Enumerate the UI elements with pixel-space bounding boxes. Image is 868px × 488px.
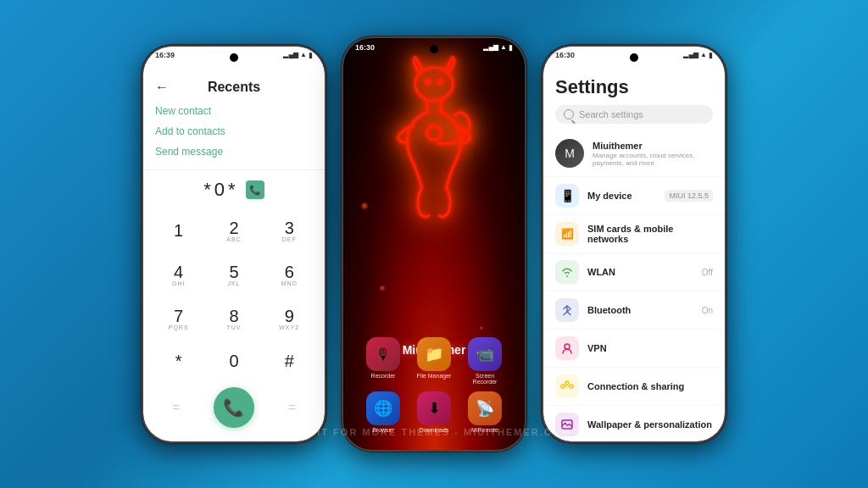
downloads-icon: ⬇: [417, 391, 451, 425]
dial-equal-left: =: [172, 400, 180, 415]
add-contacts-action[interactable]: Add to contacts: [155, 125, 313, 137]
signal-icon-right: ▂▄▆: [683, 51, 698, 59]
connection-icon: [555, 374, 579, 398]
middle-screen-content: 16:30 ▂▄▆ ▲ ▮: [343, 38, 525, 450]
device-icon: 📱: [555, 184, 579, 208]
wlan-text: WLAN: [587, 267, 693, 277]
watermark: VISIT FOR MORE THEMES - MIUITHEMER.COM: [298, 427, 571, 437]
background: 16:39 ▂▄▆ ▲ ▮ ← Recents New contact Ad: [142, 36, 726, 452]
vpn-icon: [555, 336, 579, 360]
particle-3: [361, 202, 368, 209]
phone-middle: 16:30 ▂▄▆ ▲ ▮: [342, 36, 526, 452]
wifi-icon-right: ▲: [700, 51, 707, 59]
sig-icons-middle: ▂▄▆ ▲ ▮: [483, 43, 513, 52]
particle-1: [380, 286, 385, 291]
wallpaper-text: Wallpaper & personalization: [587, 419, 713, 430]
camera-middle: [430, 45, 438, 53]
key-star[interactable]: *: [152, 341, 205, 380]
wallpaper-content: Miuithemer 🎙 Recorder 📁 File Manager: [343, 38, 525, 450]
signal-icon: ▂▄▆: [283, 51, 298, 59]
svg-point-2: [426, 80, 430, 84]
dialer-display: *0* 📞: [143, 170, 325, 209]
key-6[interactable]: 6MNO: [263, 253, 316, 296]
svg-point-0: [415, 68, 453, 101]
svg-point-3: [438, 80, 442, 84]
dial-call-button[interactable]: 📞: [214, 387, 254, 428]
time-left: 16:39: [155, 51, 175, 59]
camera-right: [630, 53, 638, 62]
profile-name: Miuithemer: [593, 141, 713, 151]
key-0[interactable]: 0: [207, 341, 260, 380]
app-recorder[interactable]: 🎙 Recorder: [361, 337, 405, 385]
key-5[interactable]: 5JKL: [207, 253, 260, 296]
vpn-text: VPN: [587, 343, 713, 353]
left-header: ← Recents: [143, 61, 325, 102]
settings-item-connection[interactable]: Connection & sharing: [543, 368, 725, 406]
signal-icon-mid: ▂▄▆: [483, 43, 498, 52]
settings-item-vpn[interactable]: VPN: [543, 330, 725, 368]
key-9[interactable]: 9WXYZ: [263, 297, 316, 340]
sim-icon: 📶: [555, 222, 579, 246]
wallpaper-name: Wallpaper & personalization: [587, 419, 713, 430]
app-file-manager[interactable]: 📁 File Manager: [412, 337, 456, 385]
recorder-label: Recorder: [371, 373, 396, 379]
wifi-icon: ▲: [300, 51, 307, 59]
remote-icon: 📡: [468, 391, 502, 425]
device-text: My device: [587, 191, 656, 201]
settings-title: Settings: [555, 76, 713, 98]
files-icon: 📁: [417, 337, 451, 371]
keypad: 1 2ABC 3DEF 4GHI 5JKL 6MNO 7PQRS 8TUV 9W…: [143, 209, 325, 380]
settings-item-sim[interactable]: 📶 SIM cards & mobile networks: [543, 215, 725, 253]
vpn-name: VPN: [587, 343, 713, 353]
key-2[interactable]: 2ABC: [207, 209, 260, 252]
profile-text: Miuithemer Manage accounts, cloud servic…: [593, 141, 713, 167]
phone-right: 16:30 ▂▄▆ ▲ ▮ Settings Search settings: [542, 45, 726, 443]
screen-label: Screen Recorder: [463, 373, 507, 385]
recorder-icon: 🎙: [366, 337, 400, 371]
mewtwo-image: [375, 55, 493, 241]
battery-icon-right: ▮: [709, 51, 713, 59]
key-8[interactable]: 8TUV: [207, 297, 260, 340]
battery-icon-left: ▮: [309, 51, 313, 59]
browser-icon: 🌐: [366, 391, 400, 425]
key-hash[interactable]: #: [263, 341, 316, 380]
new-contact-action[interactable]: New contact: [155, 105, 313, 117]
back-button[interactable]: ←: [155, 80, 169, 95]
phone-left: 16:39 ▂▄▆ ▲ ▮ ← Recents New contact Ad: [142, 45, 326, 443]
svg-point-5: [561, 385, 565, 388]
sig-icons-left: ▂▄▆ ▲ ▮: [283, 51, 313, 59]
settings-item-wlan[interactable]: WLAN Off: [543, 253, 725, 291]
dial-equal-right: =: [288, 400, 296, 415]
recents-title: Recents: [175, 80, 313, 95]
bluetooth-name: Bluetooth: [587, 305, 693, 315]
camera-left: [230, 53, 238, 62]
quick-actions-list: New contact Add to contacts Send message: [143, 102, 325, 170]
key-1[interactable]: 1: [152, 209, 205, 252]
device-badge: MIUI 12.5.5: [665, 190, 713, 202]
bluetooth-text: Bluetooth: [587, 305, 693, 315]
settings-search-bar[interactable]: Search settings: [555, 105, 713, 124]
sim-name: SIM cards & mobile networks: [587, 224, 713, 244]
send-message-action[interactable]: Send message: [155, 146, 313, 158]
settings-item-device[interactable]: 📱 My device MIUI 12.5.5: [543, 177, 725, 215]
key-4[interactable]: 4GHI: [152, 253, 205, 296]
screen-right: 16:30 ▂▄▆ ▲ ▮ Settings Search settings: [543, 47, 725, 441]
screen-left: 16:39 ▂▄▆ ▲ ▮ ← Recents New contact Ad: [143, 47, 325, 441]
svg-point-1: [426, 125, 441, 140]
screen-icon: 📹: [468, 337, 502, 371]
dialer-call-button[interactable]: 📞: [246, 180, 264, 199]
connection-text: Connection & sharing: [587, 381, 713, 391]
svg-point-6: [570, 385, 573, 388]
key-3[interactable]: 3DEF: [263, 209, 316, 252]
user-avatar: M: [555, 139, 584, 168]
svg-point-4: [565, 344, 570, 349]
right-screen-content: 16:30 ▂▄▆ ▲ ▮ Settings Search settings: [543, 47, 725, 441]
settings-profile-item[interactable]: M Miuithemer Manage accounts, cloud serv…: [543, 130, 725, 177]
wlan-icon: [555, 260, 579, 284]
app-screen-recorder[interactable]: 📹 Screen Recorder: [463, 337, 507, 385]
phones-container: 16:39 ▂▄▆ ▲ ▮ ← Recents New contact Ad: [142, 36, 726, 452]
key-7[interactable]: 7PQRS: [152, 297, 205, 340]
settings-item-bluetooth[interactable]: Bluetooth On: [543, 291, 725, 330]
left-screen-content: 16:39 ▂▄▆ ▲ ▮ ← Recents New contact Ad: [143, 47, 325, 441]
connection-name: Connection & sharing: [587, 381, 713, 391]
